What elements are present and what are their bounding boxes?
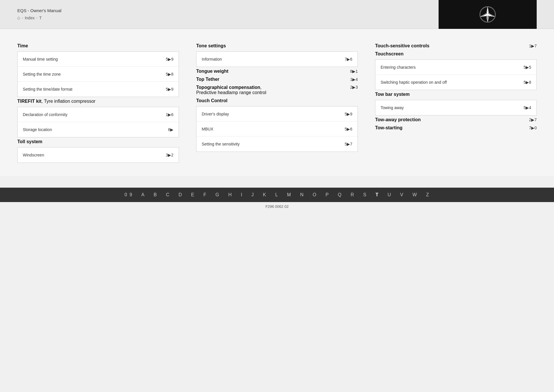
entry-label: Manual time setting	[23, 57, 163, 61]
section-tow-away: Tow-away protection 2▶7	[375, 117, 537, 122]
alpha-e[interactable]: E	[191, 192, 195, 197]
alpha-09[interactable]: 0 9	[125, 192, 133, 197]
alpha-w[interactable]: W	[413, 192, 418, 197]
list-item[interactable]: Setting the sensitivity 5▶7	[196, 137, 358, 152]
alpha-p[interactable]: P	[325, 192, 329, 197]
section-touch-control-header: Touch Control	[196, 98, 358, 103]
entry-page: 7▶6	[345, 57, 352, 61]
section-top-tether: Top Tether 1▶4	[196, 77, 358, 82]
entry-label: Entering characters	[381, 65, 521, 70]
section-touch-control-title: Touch Control	[196, 98, 227, 103]
section-time: Time Manual time setting 5▶9 Setting the…	[17, 43, 179, 97]
alpha-z[interactable]: Z	[426, 192, 430, 197]
alpha-f[interactable]: F	[203, 192, 207, 197]
doc-number: F296 0062 02	[265, 204, 289, 209]
header: EQS - Owner's Manual ⌂ › Index › T	[0, 0, 554, 29]
alpha-j[interactable]: J	[251, 192, 254, 197]
entry-label: Information	[202, 57, 342, 61]
section-tow-starting: Tow-starting 7▶0	[375, 125, 537, 130]
entry-page: 3▶2	[166, 153, 173, 157]
entry-page: 5▶8	[166, 72, 173, 76]
section-tone-header: Tone settings	[196, 43, 358, 48]
entry-label: Storage location	[23, 127, 165, 132]
section-tongue-title: Tongue weight	[196, 69, 229, 74]
alpha-g[interactable]: G	[216, 192, 220, 197]
section-topo-page: 2▶3	[350, 85, 358, 89]
section-tow-bar-header: Tow bar system	[375, 92, 537, 97]
section-tow-away-page: 2▶7	[529, 117, 537, 122]
breadcrumb: ⌂ › Index › T	[17, 15, 61, 20]
section-tow-bar-entries: Towing away 5▶4	[375, 100, 537, 115]
section-tirefit-entries: Declaration of conformity 1▶6 Storage lo…	[17, 107, 179, 137]
section-toll-title: Toll system	[17, 139, 42, 144]
alpha-h[interactable]: H	[228, 192, 232, 197]
list-item[interactable]: MBUX 5▶6	[196, 122, 358, 137]
list-item[interactable]: Driver's display 5▶9	[196, 107, 358, 122]
list-item[interactable]: Declaration of conformity 1▶6	[18, 107, 179, 122]
breadcrumb-sep-2: ›	[36, 16, 38, 20]
alpha-d[interactable]: D	[179, 192, 183, 197]
list-item[interactable]: Windscreen 3▶2	[18, 148, 179, 163]
entry-page: 5▶7	[345, 142, 352, 146]
breadcrumb-sep-1: ›	[22, 16, 23, 20]
manual-title: EQS - Owner's Manual	[17, 8, 61, 13]
list-item[interactable]: Manual time setting 5▶9	[18, 52, 179, 67]
alpha-c[interactable]: C	[166, 192, 170, 197]
alpha-v[interactable]: V	[400, 192, 404, 197]
breadcrumb-t[interactable]: T	[39, 16, 42, 20]
entry-label: Driver's display	[202, 112, 342, 116]
section-touch-sensitive: Touch-sensitive controls 1▶7	[375, 43, 537, 48]
entry-label: MBUX	[202, 127, 342, 131]
section-topo: Topographical compensation, Predictive h…	[196, 85, 358, 95]
section-tow-starting-header: Tow-starting 7▶0	[375, 125, 537, 130]
section-top-tether-page: 1▶4	[350, 77, 358, 82]
section-touch-control-entries: Driver's display 5▶9 MBUX 5▶6 Setting th…	[196, 106, 358, 152]
alpha-r[interactable]: R	[351, 192, 355, 197]
mercedes-logo	[479, 6, 496, 23]
section-time-header: Time	[17, 43, 179, 48]
section-tongue: Tongue weight 8▶1	[196, 69, 358, 74]
section-tow-starting-title: Tow-starting	[375, 125, 403, 130]
alpha-u[interactable]: U	[388, 192, 392, 197]
logo-area	[439, 0, 537, 29]
entry-label: Setting the time zone	[23, 72, 163, 76]
list-item[interactable]: Entering characters 5▶5	[375, 60, 536, 75]
alpha-m[interactable]: M	[287, 192, 291, 197]
home-icon[interactable]: ⌂	[17, 15, 20, 20]
alpha-n[interactable]: N	[300, 192, 304, 197]
list-item[interactable]: Information 7▶6	[196, 52, 358, 67]
alpha-i[interactable]: I	[241, 192, 243, 197]
entry-label: Windscreen	[23, 153, 163, 157]
section-touchscreen-title: Touchscreen	[375, 51, 403, 57]
alpha-t[interactable]: T	[376, 192, 379, 197]
entry-page: 5▶9	[166, 87, 173, 92]
header-left: EQS - Owner's Manual ⌂ › Index › T	[17, 8, 61, 20]
alpha-k[interactable]: K	[263, 192, 267, 197]
section-tongue-header: Tongue weight 8▶1	[196, 69, 358, 74]
list-item[interactable]: Towing away 5▶4	[375, 100, 536, 115]
entry-label: Towing away	[381, 105, 521, 110]
section-tone-title: Tone settings	[196, 43, 226, 48]
entry-page: 5▶4	[523, 105, 531, 110]
breadcrumb-index[interactable]: Index	[25, 16, 35, 20]
alpha-l[interactable]: L	[275, 192, 278, 197]
section-touch-sensitive-title: Touch-sensitive controls	[375, 43, 429, 48]
alpha-o[interactable]: O	[313, 192, 317, 197]
column-3: Touch-sensitive controls 1▶7 Touchscreen…	[375, 43, 537, 165]
main-content: Time Manual time setting 5▶9 Setting the…	[0, 29, 554, 176]
list-item[interactable]: Storage location 8▶	[18, 122, 179, 137]
alpha-s[interactable]: S	[363, 192, 367, 197]
list-item[interactable]: Setting the time zone 5▶8	[18, 67, 179, 82]
list-item[interactable]: Setting the time/date format 5▶9	[18, 82, 179, 97]
entry-label: Setting the sensitivity	[202, 142, 342, 146]
section-toll-header: Toll system	[17, 139, 179, 144]
section-tow-away-title: Tow-away protection	[375, 117, 421, 122]
alpha-b[interactable]: B	[154, 192, 158, 197]
section-toll-entries: Windscreen 3▶2	[17, 147, 179, 163]
alpha-a[interactable]: A	[141, 192, 145, 197]
section-tow-away-header: Tow-away protection 2▶7	[375, 117, 537, 122]
alpha-q[interactable]: Q	[338, 192, 342, 197]
entry-page: 1▶6	[166, 112, 173, 117]
list-item[interactable]: Switching haptic operation on and off 5▶…	[375, 75, 536, 90]
column-2: Tone settings Information 7▶6 Tongue wei…	[196, 43, 358, 165]
